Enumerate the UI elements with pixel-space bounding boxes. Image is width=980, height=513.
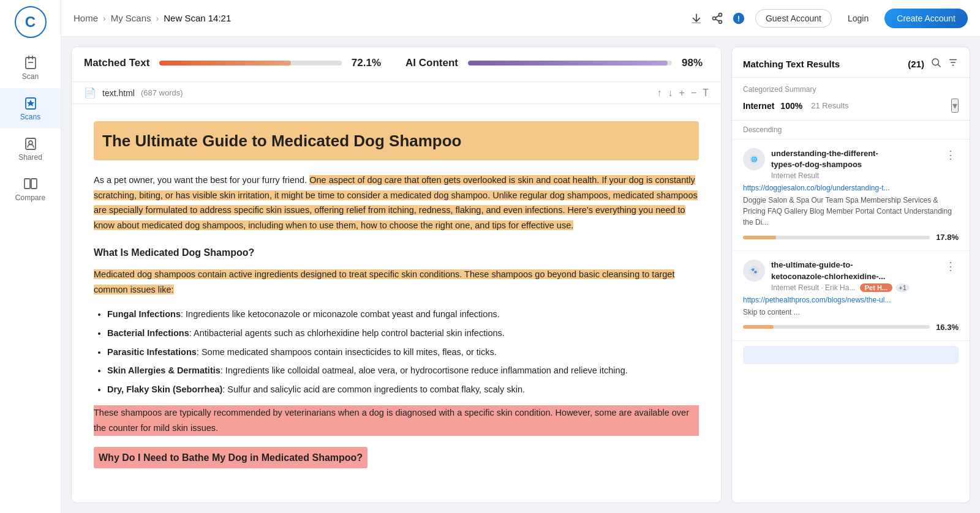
globe-icon: 🌐 <box>748 153 760 165</box>
svg-point-12 <box>712 17 715 20</box>
doc-title: The Ultimate Guide to Medicated Dog Sham… <box>94 121 699 160</box>
app-logo: C <box>15 6 47 38</box>
matched-text-label: Matched Text <box>84 57 149 69</box>
result-1-menu-button[interactable]: ⋮ <box>943 148 959 162</box>
guest-account-button[interactable]: Guest Account <box>755 9 832 28</box>
result-2-menu-button[interactable]: ⋮ <box>943 260 959 273</box>
result-1-meta: understanding-the-different-types-of-dog… <box>771 148 937 180</box>
download-button[interactable] <box>690 12 703 24</box>
result-item: 🌐 understanding-the-different-types-of-d… <box>732 140 970 251</box>
filter-icon <box>948 57 959 68</box>
collapse-button[interactable]: − <box>691 88 696 99</box>
share-button[interactable] <box>711 12 723 24</box>
result-2-icon: 🐾 <box>743 260 765 282</box>
expand-button[interactable]: + <box>679 88 685 99</box>
shared-icon <box>23 136 38 151</box>
breadcrumb-sep1: › <box>103 13 106 23</box>
compare-icon <box>23 176 38 191</box>
sidebar-item-shared[interactable]: Shared <box>0 129 61 169</box>
sidebar-shared-label: Shared <box>18 153 42 162</box>
nav-up-button[interactable]: ↑ <box>657 88 662 99</box>
result-1-pct: 17.8% <box>936 233 959 242</box>
list-item-4: Skin Allergies & Dermatitis: Ingredients… <box>107 363 699 378</box>
result-2-fill <box>743 325 774 329</box>
results-list: 🌐 understanding-the-different-types-of-d… <box>732 140 970 503</box>
ai-progress-fill <box>468 61 668 66</box>
svg-line-19 <box>938 64 940 67</box>
svg-point-18 <box>932 59 939 66</box>
breadcrumb-my-scans[interactable]: My Scans <box>111 13 151 23</box>
result-1-type: Internet Result <box>771 171 937 180</box>
sidebar-item-scans[interactable]: Scans <box>0 88 61 129</box>
login-button[interactable]: Login <box>842 10 875 27</box>
breadcrumb: Home › My Scans › New Scan 14:21 <box>74 13 684 23</box>
ai-progress-bar <box>468 61 672 66</box>
matched-text-pct: 72.1% <box>352 57 381 69</box>
doc-para-3: These shampoos are typically recommended… <box>94 405 699 435</box>
result-item-1-header: 🌐 understanding-the-different-types-of-d… <box>743 148 959 180</box>
breadcrumb-home[interactable]: Home <box>74 13 98 23</box>
result-2-pct: 16.3% <box>936 323 959 332</box>
section2-heading-text: Why Do I Need to Bathe My Dog in Medicat… <box>94 447 368 468</box>
matched-progress-wrapper <box>159 61 341 66</box>
result-1-bar-row: 17.8% <box>743 233 959 242</box>
create-account-button[interactable]: Create Account <box>884 9 968 28</box>
list-item-1: Fungal Infections: Ingredients like keto… <box>107 307 699 322</box>
highlight-1: One aspect of dog care that often gets o… <box>94 175 698 230</box>
right-panel-header: Matching Text Results (21) <box>732 47 970 78</box>
matched-progress-bar <box>159 61 341 66</box>
result-2-title: the-ultimate-guide-to-ketoconazole-chlor… <box>771 260 937 282</box>
file-bar: 📄 text.html (687 words) ↑ ↓ + − T <box>72 82 721 104</box>
sidebar-item-compare[interactable]: Compare <box>0 169 61 209</box>
result-item-2: 🐾 the-ultimate-guide-to-ketoconazole-chl… <box>732 251 970 340</box>
result-2-badge-plus: +1 <box>895 283 910 292</box>
result-2-snippet: Skip to content ... <box>743 307 959 318</box>
ai-content-label: AI Content <box>405 57 458 69</box>
cat-sum-chevron-button[interactable]: ▾ <box>951 99 959 113</box>
svg-rect-10 <box>692 22 701 23</box>
file-actions: ↑ ↓ + − T <box>657 88 709 99</box>
svg-text:🐾: 🐾 <box>751 268 758 275</box>
alert-button[interactable]: ! <box>732 12 745 25</box>
section2-heading: Why Do I Need to Bathe My Dog in Medicat… <box>94 447 699 468</box>
result-2-bar-row: 16.3% <box>743 323 959 332</box>
doc-panel: Matched Text 72.1% AI Content <box>71 47 722 503</box>
doc-body: The Ultimate Guide to Medicated Dog Sham… <box>72 104 721 503</box>
stats-bar: Matched Text 72.1% AI Content <box>72 47 721 82</box>
highlight-2: Medicated dog shampoos contain active in… <box>94 269 674 294</box>
doc-para-1: As a pet owner, you want the best for yo… <box>94 173 699 233</box>
search-results-button[interactable] <box>930 57 941 71</box>
alert-icon: ! <box>732 12 745 25</box>
more-options-button[interactable]: T <box>703 88 709 99</box>
cat-sum-pct: 100% <box>780 101 802 111</box>
result-1-link[interactable]: https://doggiesalon.co/blog/understandin… <box>743 184 959 192</box>
categorized-summary: Categorized Summary Internet 100% 21 Res… <box>732 78 970 121</box>
right-panel: Matching Text Results (21) Categorized S… <box>731 47 970 503</box>
matched-progress-fill <box>159 61 290 66</box>
svg-point-11 <box>718 13 722 16</box>
file-name: text.html <box>102 88 135 98</box>
section1-heading: What Is Medicated Dog Shampoo? <box>94 244 699 261</box>
sort-label: Descending <box>732 121 970 140</box>
sidebar-item-scan[interactable]: Scan <box>0 48 61 88</box>
svg-line-15 <box>715 15 719 17</box>
result-1-fill <box>743 236 776 239</box>
sidebar-scans-label: Scans <box>20 113 40 121</box>
result-1-snippet: Doggie Salon & Spa Our Team Spa Membersh… <box>743 195 959 228</box>
cat-sum-label: Categorized Summary <box>743 85 959 94</box>
ai-content-pct: 98% <box>682 57 703 69</box>
list-item-5: Dry, Flaky Skin (Seborrhea): Sulfur and … <box>107 382 699 397</box>
topbar-right: ! Guest Account Login Create Account <box>690 9 968 28</box>
search-icon <box>930 57 941 68</box>
result-1-title: understanding-the-different-types-of-dog… <box>771 148 937 170</box>
result-1-bar <box>743 236 930 239</box>
filter-button[interactable] <box>948 57 959 71</box>
svg-text:!: ! <box>737 14 740 23</box>
cat-sum-type: Internet <box>743 101 774 111</box>
nav-down-button[interactable]: ↓ <box>668 88 673 99</box>
result-2-link[interactable]: https://pethealthpros.com/blogs/news/the… <box>743 296 959 304</box>
result-1-icon: 🌐 <box>743 148 765 170</box>
result-2-type: Internet Result · Erik Ha... Pet H... +1 <box>771 283 937 292</box>
list-item-2: Bacterial Infections: Antibacterial agen… <box>107 326 699 341</box>
breadcrumb-current: New Scan 14:21 <box>164 13 231 23</box>
